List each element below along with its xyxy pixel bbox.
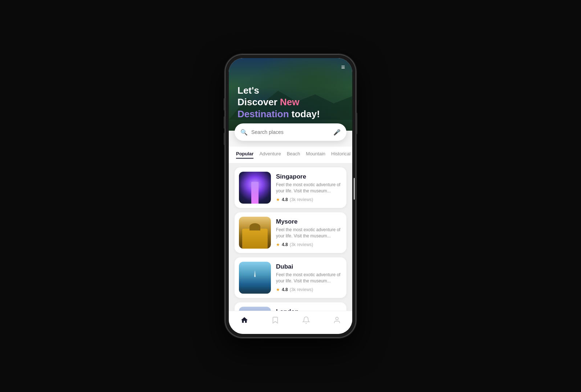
hero-highlight-destination: Destination (237, 109, 289, 119)
place-info-dubai: Dubai Feel the most exotic adventure of … (276, 263, 342, 292)
phone-device: ≡ Let's Discover New Destination today! … (225, 54, 356, 338)
user-icon (333, 316, 341, 326)
hero-line3-normal: today! (289, 109, 320, 119)
place-info-singapore: Singapore Feel the most exotic adventure… (276, 173, 342, 202)
star-icon: ★ (276, 287, 280, 292)
scroll-indicator (354, 178, 355, 200)
search-input[interactable] (251, 129, 330, 135)
place-img-dubai (239, 262, 271, 294)
search-bar[interactable]: 🔍 🎤 (235, 123, 346, 141)
bottom-navigation (229, 311, 352, 334)
search-container: 🔍 🎤 (235, 123, 346, 141)
place-description: Feel the most exotic adventure of your l… (276, 272, 342, 284)
place-card-dubai[interactable]: Dubai Feel the most exotic adventure of … (235, 257, 346, 298)
place-description: Feel the most exotic adventure of your l… (276, 182, 342, 194)
place-image-dubai (239, 262, 271, 294)
hero-line1: Let's (237, 85, 259, 96)
main-content: PopularAdventureBeachMountainHistorical … (229, 147, 352, 311)
tab-adventure[interactable]: Adventure (259, 151, 281, 159)
hero-headline: Let's Discover New Destination today! (237, 85, 320, 120)
tab-beach[interactable]: Beach (287, 151, 300, 159)
hero-text: Let's Discover New Destination today! (237, 85, 320, 120)
tab-popular[interactable]: Popular (236, 151, 253, 159)
rating-number: 4.8 (282, 197, 288, 202)
place-name: Dubai (276, 263, 342, 270)
hero-highlight-new: New (280, 97, 299, 107)
rating-reviews: (3k reviews) (290, 242, 313, 247)
place-rating: ★ 4.8 (3k reviews) (276, 197, 342, 202)
hero-section: ≡ Let's Discover New Destination today! (229, 58, 352, 131)
place-rating: ★ 4.8 (3k reviews) (276, 242, 342, 247)
hero-line2-normal: Discover (237, 97, 280, 107)
rating-number: 4.8 (282, 287, 288, 292)
nav-bookmark[interactable] (265, 315, 285, 327)
bell-icon (302, 316, 310, 326)
nav-notifications[interactable] (296, 315, 316, 327)
bookmark-icon (271, 316, 279, 326)
star-icon: ★ (276, 197, 280, 202)
place-image-london (239, 307, 271, 311)
home-icon (240, 316, 248, 326)
place-description: Feel the most exotic adventure of your l… (276, 227, 342, 239)
place-name: Singapore (276, 173, 342, 180)
place-name: London (276, 308, 342, 311)
tab-historical[interactable]: Historical (331, 151, 350, 159)
menu-icon[interactable]: ≡ (341, 64, 345, 70)
place-info-london: London Feel the most exotic adventure of… (276, 308, 342, 311)
place-card-london[interactable]: London Feel the most exotic adventure of… (235, 302, 346, 311)
rating-number: 4.8 (282, 242, 288, 247)
place-rating: ★ 4.8 (3k reviews) (276, 287, 342, 292)
rating-reviews: (3k reviews) (290, 287, 313, 292)
place-name: Mysore (276, 218, 342, 225)
rating-reviews: (3k reviews) (290, 197, 313, 202)
svg-point-0 (336, 317, 338, 320)
place-image-mysore (239, 217, 271, 249)
place-image-singapore (239, 172, 271, 204)
nav-profile[interactable] (327, 315, 347, 327)
tab-mountain[interactable]: Mountain (306, 151, 325, 159)
place-card-mysore[interactable]: Mysore Feel the most exotic adventure of… (235, 212, 346, 253)
microphone-icon[interactable]: 🎤 (333, 129, 341, 136)
place-img-singapore (239, 172, 271, 204)
place-list: Singapore Feel the most exotic adventure… (229, 163, 352, 311)
place-card-singapore[interactable]: Singapore Feel the most exotic adventure… (235, 167, 346, 208)
phone-screen: ≡ Let's Discover New Destination today! … (229, 58, 352, 334)
star-icon: ★ (276, 242, 280, 247)
place-img-london (239, 307, 271, 311)
nav-home[interactable] (235, 315, 254, 327)
category-tabs: PopularAdventureBeachMountainHistorical (229, 147, 352, 163)
search-icon: 🔍 (240, 129, 248, 136)
place-img-mysore (239, 217, 271, 249)
place-info-mysore: Mysore Feel the most exotic adventure of… (276, 218, 342, 247)
